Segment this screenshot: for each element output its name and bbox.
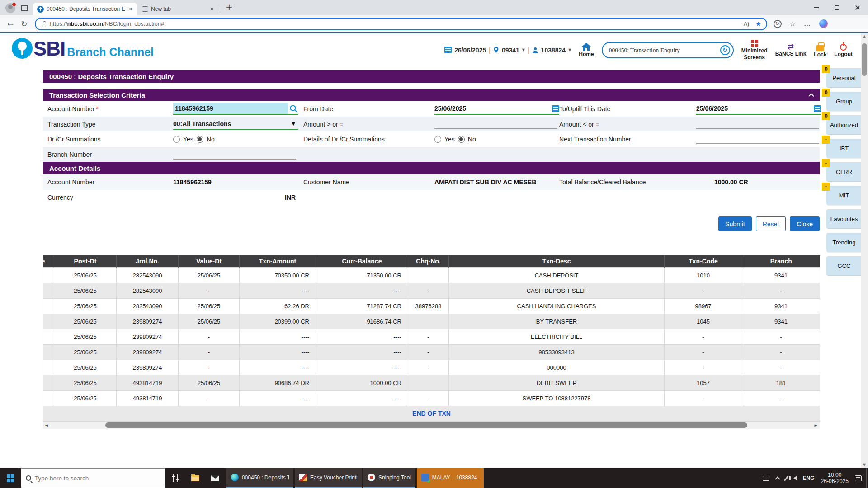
- window-close-button[interactable]: [847, 0, 868, 15]
- branch-dropdown-caret[interactable]: ▼: [522, 48, 525, 52]
- table-row[interactable]: 25/06/25239809274----------ELECTRICITY B…: [43, 329, 820, 344]
- sidebar-item-gcc[interactable]: GCC: [826, 256, 862, 275]
- table-horizontal-scrollbar[interactable]: ◄ ►: [43, 422, 820, 429]
- browser-tab-new[interactable]: New tab ×: [137, 3, 219, 15]
- column-header[interactable]: Txn-Amount: [240, 255, 316, 267]
- copilot-icon[interactable]: [819, 19, 828, 28]
- taskbar-clock[interactable]: 10:00 26-06-2025: [821, 472, 849, 484]
- language-indicator[interactable]: ENG: [803, 475, 815, 481]
- taskbar-app-remote[interactable]: MALAY – 1038824...: [417, 468, 484, 488]
- horizontal-scroll-thumb[interactable]: [105, 422, 747, 428]
- close-button[interactable]: Close: [790, 216, 820, 231]
- branch-number-field[interactable]: [173, 150, 296, 160]
- sidebar-item-personal[interactable]: Personal0: [826, 68, 862, 87]
- next-txn-field[interactable]: [696, 134, 819, 144]
- window-minimize-button[interactable]: [806, 0, 826, 15]
- table-row[interactable]: 25/06/25239809274----------98533093413--: [43, 344, 820, 360]
- column-header[interactable]: Post-Dt: [54, 255, 117, 267]
- table-row[interactable]: 25/06/2528254309025/06/2570350.00 CR7135…: [43, 267, 820, 283]
- collapse-icon[interactable]: [808, 93, 814, 99]
- table-row[interactable]: 25/06/25493814719----------SWEEP TO 1088…: [43, 390, 820, 406]
- read-aloud-icon[interactable]: A): [744, 21, 749, 27]
- site-security-icon[interactable]: [42, 23, 46, 26]
- from-date-calendar-icon[interactable]: [552, 105, 559, 112]
- taskbar-app-snip[interactable]: Snipping Tool: [363, 468, 415, 488]
- sidebar-item-mit[interactable]: MIT-: [826, 186, 862, 205]
- table-row[interactable]: 25/06/2549381471925/06/2590686.74 DR1000…: [43, 375, 820, 390]
- sidebar-item-trending[interactable]: Trending: [826, 233, 862, 252]
- from-date-field[interactable]: 25/06/2025: [434, 103, 559, 115]
- column-header[interactable]: e: [43, 255, 54, 267]
- home-button[interactable]: Home: [579, 43, 594, 57]
- start-button[interactable]: [0, 468, 21, 488]
- address-bar[interactable]: https://nbc.sbi.co.in/NBC/login_cbs.acti…: [35, 18, 767, 30]
- bancs-link-button[interactable]: ⇄ BaNCS Link: [775, 43, 807, 57]
- lock-button[interactable]: Lock: [814, 42, 826, 58]
- tray-expand-icon[interactable]: [776, 476, 779, 481]
- column-header[interactable]: Curr-Balance: [316, 255, 408, 267]
- new-tab-button[interactable]: +: [226, 2, 233, 12]
- task-view-button[interactable]: [165, 468, 185, 488]
- transaction-type-select[interactable]: 00:All Transactions ▼: [173, 118, 298, 130]
- browser-sync-icon[interactable]: ↻: [774, 20, 782, 28]
- table-row[interactable]: 25/06/25239809274----------000000--: [43, 360, 820, 375]
- window-maximize-button[interactable]: [826, 0, 847, 15]
- taskbar-search-box[interactable]: [21, 468, 165, 488]
- taskbar-search-input[interactable]: [35, 475, 160, 482]
- drcr-yes-radio[interactable]: [173, 136, 180, 143]
- table-row[interactable]: 25/06/2523980927425/06/2520399.00 CR9168…: [43, 314, 820, 329]
- sidebar-item-olrr[interactable]: OLRR-: [826, 162, 862, 181]
- table-row[interactable]: 25/06/2528254309025/06/2562.26 DR71287.7…: [43, 298, 820, 314]
- browser-tab-active[interactable]: 000450 : Deposits Transaction Enq ×: [33, 3, 137, 15]
- column-header[interactable]: Chq-No.: [408, 255, 449, 267]
- favorites-icon[interactable]: ☆: [790, 20, 796, 28]
- column-header[interactable]: Txn-Desc: [449, 255, 665, 267]
- vertical-scroll-thumb[interactable]: [862, 43, 867, 76]
- pen-icon[interactable]: [786, 475, 787, 481]
- browser-profile-avatar[interactable]: [5, 3, 15, 13]
- bookmark-star-icon[interactable]: ★: [755, 20, 761, 28]
- action-center-icon[interactable]: [855, 475, 862, 481]
- show-desktop-button[interactable]: [866, 468, 868, 488]
- file-explorer-button[interactable]: [185, 468, 205, 488]
- logout-button[interactable]: Logout: [834, 42, 853, 57]
- details-no-radio[interactable]: [458, 136, 465, 143]
- minimized-screens-button[interactable]: Minimized Screens: [741, 40, 768, 61]
- to-date-calendar-icon[interactable]: [814, 105, 821, 112]
- volume-icon[interactable]: [793, 476, 797, 480]
- scroll-up-icon[interactable]: ▲: [861, 33, 868, 40]
- workspaces-icon[interactable]: [21, 5, 28, 11]
- column-header[interactable]: Txn-Code: [665, 255, 742, 267]
- user-dropdown-caret[interactable]: ▼: [568, 48, 571, 52]
- taskbar-app-edge[interactable]: 000450 : Deposits Tr...: [226, 468, 293, 488]
- account-search-icon[interactable]: [289, 104, 298, 113]
- scroll-right-icon[interactable]: ►: [812, 422, 820, 429]
- touch-keyboard-icon[interactable]: [763, 476, 769, 481]
- mail-button[interactable]: [205, 468, 225, 488]
- screen-search-input[interactable]: [609, 47, 720, 54]
- account-number-value[interactable]: 11845962159: [173, 103, 288, 114]
- column-header[interactable]: Jrnl.No.: [117, 255, 179, 267]
- search-refresh-icon[interactable]: ↻: [720, 45, 730, 55]
- user-id[interactable]: 1038824: [541, 47, 566, 54]
- page-vertical-scrollbar[interactable]: ▲ ▼: [861, 33, 868, 468]
- scroll-left-icon[interactable]: ◄: [43, 422, 50, 429]
- branch-code[interactable]: 09341: [502, 47, 519, 54]
- amount-gt-field[interactable]: [434, 119, 557, 129]
- column-header[interactable]: Branch: [742, 255, 820, 267]
- back-icon[interactable]: ←: [7, 19, 14, 28]
- sidebar-item-favourites[interactable]: Favourites: [826, 209, 862, 228]
- table-row[interactable]: 25/06/25282543090----------CASH DEPOSIT …: [43, 283, 820, 298]
- account-number-field[interactable]: 11845962159: [173, 103, 298, 115]
- reset-button[interactable]: Reset: [756, 216, 786, 231]
- tab-close-icon[interactable]: ×: [209, 5, 215, 13]
- amount-lt-field[interactable]: [696, 119, 819, 129]
- sidebar-item-ibt[interactable]: IBT-: [826, 139, 862, 158]
- drcr-no-radio[interactable]: [197, 136, 203, 143]
- sidebar-item-authorized[interactable]: Authorized0: [826, 115, 862, 134]
- refresh-icon[interactable]: ↻: [21, 19, 27, 28]
- details-yes-radio[interactable]: [434, 136, 441, 143]
- sidebar-item-group[interactable]: Group0: [826, 92, 862, 111]
- tab-close-icon[interactable]: ×: [127, 5, 134, 13]
- submit-button[interactable]: Submit: [718, 216, 752, 231]
